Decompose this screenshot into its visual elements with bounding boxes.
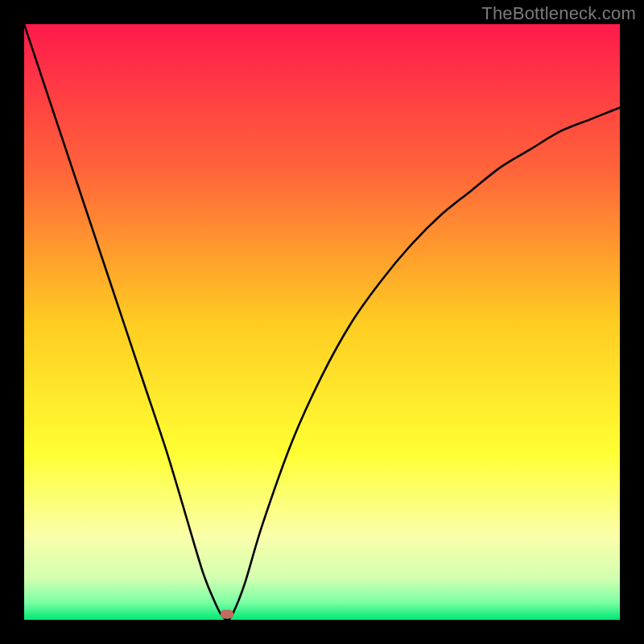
bottleneck-curve bbox=[24, 24, 620, 620]
plot-area bbox=[24, 24, 620, 620]
chart-frame: TheBottleneck.com bbox=[0, 0, 644, 644]
watermark-label: TheBottleneck.com bbox=[481, 3, 636, 24]
optimum-marker-icon bbox=[221, 609, 233, 618]
